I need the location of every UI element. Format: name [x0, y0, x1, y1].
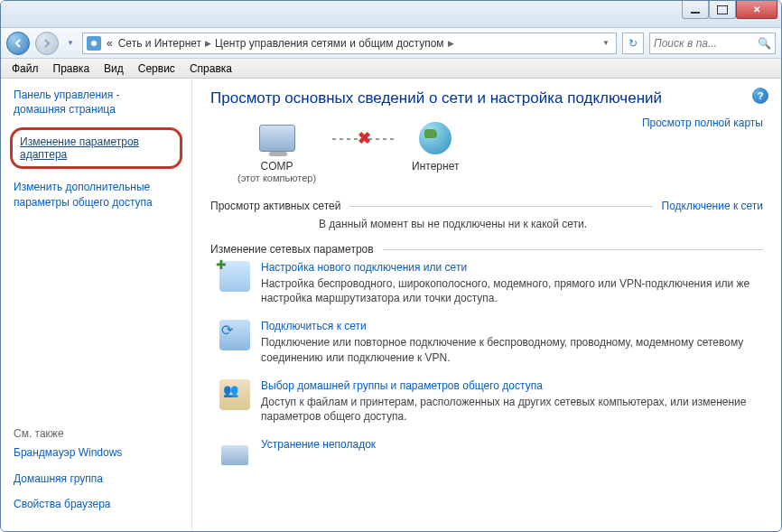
connect-to-network-link[interactable]: Подключение к сети: [662, 200, 763, 212]
homegroup-link[interactable]: Домашняя группа: [14, 471, 179, 486]
this-computer-node[interactable]: COMP (этот компьютер): [237, 120, 316, 183]
maximize-button[interactable]: [709, 1, 736, 19]
homegroup-sharing-desc: Доступ к файлам и принтерам, расположенн…: [261, 395, 763, 424]
page-title: Просмотр основных сведений о сети и наст…: [210, 89, 763, 107]
setup-new-connection-item: Настройка нового подключения или сети На…: [219, 261, 763, 305]
refresh-button[interactable]: ↻: [622, 33, 644, 54]
breadcrumb: « Сеть и Интернет ▶ Центр управления сет…: [105, 37, 454, 50]
homegroup-sharing-link[interactable]: Выбор домашней группы и параметров общег…: [261, 379, 763, 392]
internet-label: Интернет: [412, 160, 459, 173]
forward-button[interactable]: [35, 32, 59, 55]
navigation-bar: ▼ « Сеть и Интернет ▶ Центр управления с…: [1, 28, 781, 59]
connect-network-item: Подключиться к сети Подключение или повт…: [219, 320, 763, 364]
computer-icon: [259, 125, 295, 152]
connect-network-desc: Подключение или повторное подключение к …: [261, 335, 763, 364]
search-input[interactable]: [654, 37, 758, 50]
active-networks-label: Просмотр активных сетей: [210, 200, 340, 212]
minimize-button[interactable]: [682, 1, 709, 19]
menu-help[interactable]: Справка: [182, 61, 239, 77]
homegroup-sharing-item: Выбор домашней группы и параметров общег…: [219, 379, 763, 424]
setup-connection-desc: Настройка беспроводного, широкополосного…: [261, 276, 763, 305]
breadcrumb-prefix[interactable]: «: [105, 37, 115, 50]
breadcrumb-sharing-center[interactable]: Центр управления сетями и общим доступом: [213, 37, 446, 50]
control-panel-window: ▼ « Сеть и Интернет ▶ Центр управления с…: [0, 0, 782, 532]
disconnected-icon: ✖: [355, 129, 373, 147]
setup-connection-link[interactable]: Настройка нового подключения или сети: [261, 261, 763, 274]
network-actions-list: Настройка нового подключения или сети На…: [210, 261, 763, 469]
window-body: Панель управления - домашняя страница Из…: [1, 79, 781, 531]
firewall-link[interactable]: Брандмауэр Windows: [14, 445, 179, 460]
globe-icon: [419, 122, 452, 154]
active-networks-header: Просмотр активных сетей Подключение к се…: [210, 200, 763, 212]
network-sharing-icon: [87, 36, 101, 51]
connect-network-link[interactable]: Подключиться к сети: [261, 320, 763, 332]
menu-tools[interactable]: Сервис: [131, 61, 182, 77]
close-button[interactable]: [736, 1, 777, 19]
back-button[interactable]: [6, 32, 30, 55]
internet-node[interactable]: Интернет: [412, 120, 459, 173]
troubleshoot-item: Устранение неполадок: [219, 438, 763, 469]
see-also-header: См. также: [14, 427, 179, 440]
browser-properties-link[interactable]: Свойства браузера: [14, 497, 179, 511]
menu-file[interactable]: Файл: [5, 61, 46, 77]
see-also-section: См. также Брандмауэр Windows Домашняя гр…: [14, 427, 179, 522]
search-icon[interactable]: 🔍: [758, 37, 771, 50]
setup-connection-icon: [219, 261, 250, 292]
troubleshoot-link[interactable]: Устранение неполадок: [261, 438, 376, 451]
nav-history-dropdown[interactable]: ▼: [64, 32, 77, 55]
no-network-message: В данный момент вы не подключены ни к ка…: [210, 218, 763, 230]
main-content: ? Просмотр основных сведений о сети и на…: [192, 79, 781, 531]
sidebar: Панель управления - домашняя страница Из…: [1, 79, 192, 531]
connect-network-icon: [219, 320, 250, 350]
view-full-map-link[interactable]: Просмотр полной карты: [642, 117, 763, 129]
menu-view[interactable]: Вид: [97, 61, 131, 77]
address-bar[interactable]: « Сеть и Интернет ▶ Центр управления сет…: [82, 33, 617, 54]
search-box[interactable]: 🔍: [649, 33, 776, 54]
this-computer-sublabel: (этот компьютер): [237, 173, 316, 183]
window-titlebar: [1, 1, 781, 28]
help-icon[interactable]: ?: [752, 88, 768, 104]
network-map: COMP (этот компьютер) ✖ Интернет: [210, 120, 642, 183]
advanced-sharing-link[interactable]: Изменить дополнительные параметры общего…: [14, 180, 179, 209]
menu-bar: Файл Правка Вид Сервис Справка: [1, 59, 781, 79]
computer-name-label: COMP: [237, 160, 316, 173]
chevron-right-icon: ▶: [448, 39, 454, 48]
connection-line: ✖: [332, 138, 396, 140]
change-settings-header: Изменение сетевых параметров: [210, 243, 763, 256]
chevron-right-icon: ▶: [205, 39, 211, 48]
menu-edit[interactable]: Правка: [46, 61, 98, 77]
address-dropdown-icon[interactable]: ▼: [600, 39, 612, 47]
control-panel-home-link[interactable]: Панель управления - домашняя страница: [14, 88, 179, 117]
breadcrumb-network[interactable]: Сеть и Интернет: [116, 37, 203, 50]
change-adapter-settings-link[interactable]: Изменение параметров адаптера: [10, 127, 182, 169]
troubleshoot-icon: [219, 438, 250, 469]
homegroup-icon: [219, 379, 250, 410]
change-settings-label: Изменение сетевых параметров: [210, 243, 374, 256]
